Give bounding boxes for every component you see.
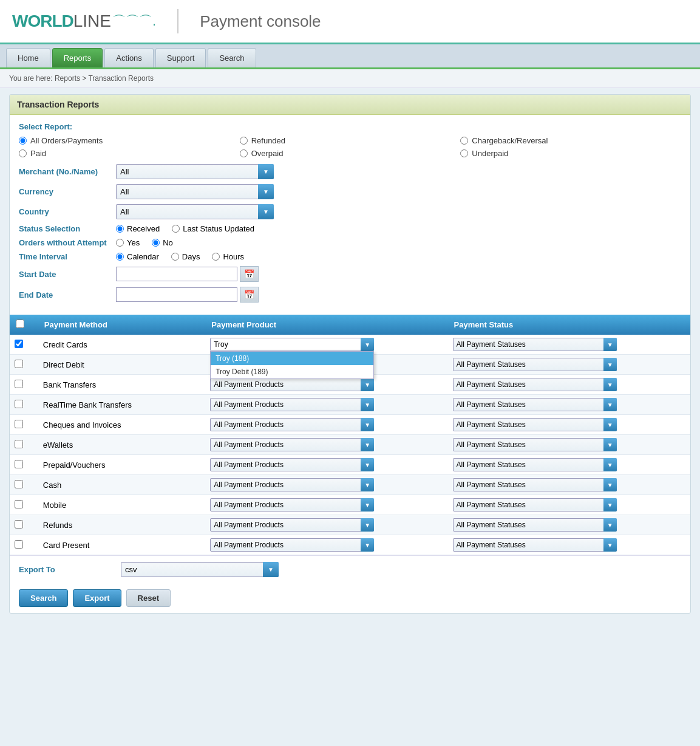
product-dropdown-realtime-bank[interactable]: All Payment Products — [210, 398, 374, 411]
table-row: Refunds All Payment Products All Payment… — [10, 515, 690, 535]
logo-divider — [177, 9, 178, 33]
status-select-card-present[interactable]: All Payment Statuses — [453, 538, 617, 552]
status-dropdown-ewallets[interactable]: All Payment Statuses — [453, 438, 617, 451]
status-dropdown-cash[interactable]: All Payment Statuses — [453, 478, 617, 491]
product-dropdown-bank-transfers[interactable]: All Payment Products — [210, 378, 374, 391]
product-dropdown-prepaid-vouchers[interactable]: All Payment Products — [210, 458, 374, 471]
td-status-cash: All Payment Statuses — [448, 475, 690, 495]
search-button[interactable]: Search — [19, 589, 68, 607]
radio-refunded-input[interactable] — [240, 137, 248, 145]
nav-home[interactable]: Home — [6, 48, 50, 67]
status-select-direct-debit[interactable]: All Payment Statuses — [453, 358, 617, 371]
export-dropdown[interactable]: csv xls pdf — [121, 562, 279, 577]
product-dropdown-card-present[interactable]: All Payment Products — [210, 538, 374, 552]
status-select-cheques-invoices[interactable]: All Payment Statuses — [453, 418, 617, 431]
status-dropdown-direct-debit[interactable]: All Payment Statuses — [453, 358, 617, 371]
status-select-realtime-bank[interactable]: All Payment Statuses — [453, 398, 617, 411]
radio-orders-yes[interactable] — [116, 239, 124, 247]
status-dropdown-credit-cards[interactable]: All Payment Statuses — [453, 338, 617, 351]
status-dropdown-mobile[interactable]: All Payment Statuses — [453, 498, 617, 512]
status-dropdown-prepaid-vouchers[interactable]: All Payment Statuses — [453, 458, 617, 471]
direct-debit-checkbox[interactable] — [15, 360, 23, 368]
radio-underpaid-input[interactable] — [460, 149, 468, 157]
product-dropdown-refunds[interactable]: All Payment Products — [210, 518, 374, 532]
product-select-cash[interactable]: All Payment Products — [210, 478, 374, 491]
product-dropdown-cash[interactable]: All Payment Products — [210, 478, 374, 491]
prepaid-vouchers-checkbox[interactable] — [15, 460, 23, 468]
form-section: Select Report: All Orders/Payments Refun… — [10, 115, 690, 315]
nav-support[interactable]: Support — [155, 48, 206, 67]
product-dropdown-mobile[interactable]: All Payment Products — [210, 498, 374, 512]
product-select-prepaid-vouchers[interactable]: All Payment Products — [210, 458, 374, 471]
product-select-cheques-invoices[interactable]: All Payment Products — [210, 418, 374, 431]
radio-overpaid-label: Overpaid — [251, 149, 284, 158]
refunds-checkbox[interactable] — [15, 520, 23, 529]
realtime-bank-checkbox[interactable] — [15, 400, 23, 408]
reset-button[interactable]: Reset — [126, 589, 171, 607]
ewallets-checkbox[interactable] — [15, 440, 23, 448]
status-select-prepaid-vouchers[interactable]: All Payment Statuses — [453, 458, 617, 471]
troy-option-188[interactable]: Troy (188) — [211, 352, 373, 365]
product-select-bank-transfers[interactable]: All Payment Products — [210, 378, 374, 391]
radio-chargeback-input[interactable] — [460, 137, 468, 145]
card-present-checkbox[interactable] — [15, 540, 23, 549]
product-dropdown-ewallets[interactable]: All Payment Products — [210, 438, 374, 451]
currency-dropdown[interactable]: All — [116, 184, 274, 199]
status-dropdown-bank-transfers[interactable]: All Payment Statuses — [453, 378, 617, 391]
country-select[interactable]: All — [116, 204, 274, 219]
radio-days[interactable] — [171, 253, 179, 261]
merchant-dropdown[interactable]: All — [116, 164, 274, 179]
status-select-bank-transfers[interactable]: All Payment Statuses — [453, 378, 617, 391]
product-select-realtime-bank[interactable]: All Payment Products — [210, 398, 374, 411]
radio-orders-no[interactable] — [152, 239, 160, 247]
status-dropdown-realtime-bank[interactable]: All Payment Statuses — [453, 398, 617, 411]
cash-checkbox[interactable] — [15, 480, 23, 488]
status-select-cash[interactable]: All Payment Statuses — [453, 478, 617, 491]
radio-paid-input[interactable] — [19, 149, 27, 157]
product-select-card-present[interactable]: All Payment Products — [210, 538, 374, 552]
country-dropdown[interactable]: All — [116, 204, 274, 219]
start-date-calendar-icon[interactable]: 📅 — [240, 266, 259, 282]
troy-option-189[interactable]: Troy Debit (189) — [211, 365, 373, 378]
status-dropdown-cheques-invoices[interactable]: All Payment Statuses — [453, 418, 617, 431]
troy-input[interactable] — [210, 338, 374, 351]
start-date-input[interactable] — [116, 267, 237, 281]
product-select-ewallets[interactable]: All Payment Products — [210, 438, 374, 451]
export-section: Export To csv xls pdf — [10, 555, 690, 583]
export-label: Export To — [19, 565, 116, 574]
radio-all-orders-input[interactable] — [19, 137, 27, 145]
radio-hours[interactable] — [212, 253, 220, 261]
end-date-input[interactable] — [116, 287, 237, 302]
merchant-select[interactable]: All — [116, 164, 274, 179]
status-select-ewallets[interactable]: All Payment Statuses — [453, 438, 617, 451]
product-select-mobile[interactable]: All Payment Products — [210, 498, 374, 512]
select-all-checkbox[interactable] — [16, 320, 24, 328]
nav-search[interactable]: Search — [208, 48, 256, 67]
product-select-refunds[interactable]: All Payment Products — [210, 518, 374, 532]
export-button[interactable]: Export — [73, 589, 121, 607]
status-select-mobile[interactable]: All Payment Statuses — [453, 498, 617, 512]
status-dropdown-refunds[interactable]: All Payment Statuses — [453, 518, 617, 532]
radio-calendar[interactable] — [116, 253, 124, 261]
end-date-wrapper: 📅 — [116, 287, 259, 303]
radio-last-status[interactable] — [172, 225, 180, 233]
currency-select[interactable]: All — [116, 184, 274, 199]
mobile-checkbox[interactable] — [15, 500, 23, 508]
nav-reports[interactable]: Reports — [52, 48, 103, 67]
end-date-calendar-icon[interactable]: 📅 — [240, 287, 259, 303]
radio-underpaid: Underpaid — [460, 149, 681, 158]
radio-received[interactable] — [116, 225, 124, 233]
product-dropdown-cheques-invoices[interactable]: All Payment Products — [210, 418, 374, 431]
status-select-credit-cards[interactable]: All Payment Statuses — [453, 338, 617, 351]
credit-cards-checkbox[interactable] — [15, 340, 23, 348]
radio-overpaid-input[interactable] — [240, 149, 248, 157]
panel-header: Transaction Reports — [10, 95, 690, 115]
status-dropdown-card-present[interactable]: All Payment Statuses — [453, 538, 617, 552]
td-product-cash: All Payment Products — [205, 475, 447, 495]
export-select[interactable]: csv xls pdf — [121, 562, 279, 577]
bank-transfers-checkbox[interactable] — [15, 380, 23, 388]
cheques-invoices-checkbox[interactable] — [15, 420, 23, 428]
nav-actions[interactable]: Actions — [104, 48, 154, 67]
status-select-refunds[interactable]: All Payment Statuses — [453, 518, 617, 532]
radio-all-orders-label: All Orders/Payments — [30, 136, 103, 145]
